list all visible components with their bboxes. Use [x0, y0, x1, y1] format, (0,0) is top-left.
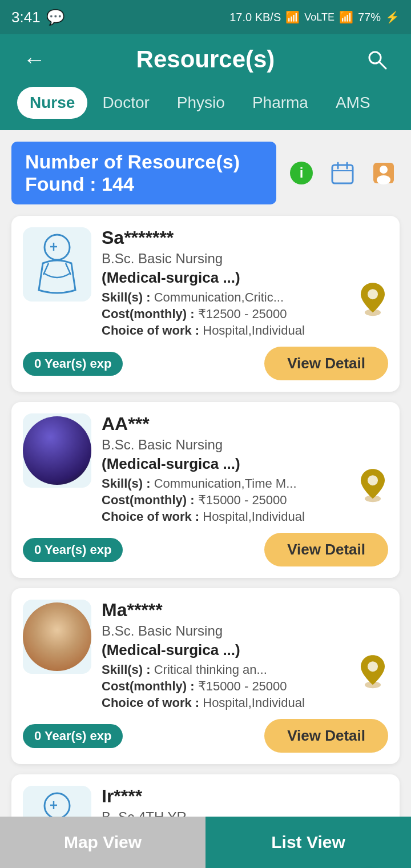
card-skills: Skill(s) : Communication,Time M... — [102, 476, 388, 491]
avatar — [23, 600, 91, 674]
location-icon[interactable] — [357, 653, 388, 692]
view-detail-button[interactable]: View Detail — [264, 533, 388, 566]
exp-badge: 0 Year(s) exp — [23, 538, 123, 562]
resources-count-number: 144 — [102, 173, 134, 195]
avatar — [23, 413, 91, 488]
avatar — [23, 227, 91, 302]
volte-icon: VoLTE — [304, 11, 335, 23]
info-icon-btn[interactable]: i — [285, 157, 317, 189]
svg-point-17 — [368, 475, 378, 485]
avatar-photo — [23, 416, 91, 485]
tab-physio[interactable]: Physio — [164, 87, 237, 119]
card-degree: B.Sc. Basic Nursing — [102, 437, 388, 453]
avatar-photo — [23, 602, 91, 671]
card-cost: Cost(monthly) : ₹12500 - 25000 — [102, 307, 388, 322]
map-view-button[interactable]: Map View — [0, 817, 206, 868]
tab-doctor[interactable]: Doctor — [90, 87, 162, 119]
list-view-button[interactable]: List View — [206, 817, 411, 868]
location-icon[interactable] — [357, 467, 388, 505]
header: ← Resource(s) Nurse Doctor Physio Pharma… — [0, 34, 411, 130]
location-icon[interactable] — [357, 280, 388, 319]
signal-icon: 📶 — [339, 10, 353, 24]
svg-rect-4 — [332, 165, 353, 183]
exp-badge: 0 Year(s) exp — [23, 352, 123, 376]
resources-count-label: Number of Resource(s) Found : 144 — [11, 142, 276, 204]
card-name: Ir**** — [102, 786, 388, 807]
card-degree: B.Sc. Basic Nursing — [102, 251, 388, 267]
card-name: AA*** — [102, 413, 388, 435]
card-choice-of-work: Choice of work : Hospital,Individual — [102, 323, 388, 338]
svg-point-19 — [368, 661, 378, 672]
exp-badge: 0 Year(s) exp — [23, 724, 123, 748]
card-cost: Cost(monthly) : ₹15000 - 25000 — [102, 493, 388, 508]
resource-card: AA*** B.Sc. Basic Nursing (Medical-surgi… — [11, 402, 400, 578]
main-content: Number of Resource(s) Found : 144 i — [0, 130, 411, 868]
wifi-icon: 📶 — [285, 10, 300, 24]
card-skills: Skill(s) : Critical thinking an... — [102, 662, 388, 677]
tab-nurse[interactable]: Nurse — [17, 87, 87, 119]
svg-point-15 — [368, 289, 378, 299]
card-name: Ma***** — [102, 600, 388, 621]
card-specialty: (Medical-surgica ...) — [102, 455, 388, 473]
view-detail-button[interactable]: View Detail — [264, 347, 388, 380]
svg-text:i: i — [300, 165, 304, 180]
card-name: Sa******* — [102, 227, 388, 248]
card-specialty: (Medical-surgica ...) — [102, 269, 388, 287]
calendar-icon-btn[interactable] — [327, 157, 358, 189]
bottom-nav: Map View List View — [0, 817, 411, 868]
whatsapp-icon: 💬 — [46, 9, 65, 26]
card-choice-of-work: Choice of work : Hospital,Individual — [102, 509, 388, 524]
page-title: Resource(s) — [51, 46, 360, 73]
person-icon-btn[interactable] — [368, 157, 400, 189]
card-degree: B.Sc. Basic Nursing — [102, 623, 388, 639]
battery-level: 77% — [358, 11, 381, 24]
battery-icon: ⚡ — [385, 10, 400, 24]
network-speed: 17.0 KB/S — [229, 11, 281, 24]
search-button[interactable] — [360, 48, 394, 71]
svg-point-10 — [377, 175, 390, 184]
card-cost: Cost(monthly) : ₹15000 - 25000 — [102, 679, 388, 694]
view-detail-button[interactable]: View Detail — [264, 719, 388, 753]
tab-bar: Nurse Doctor Physio Pharma AMS — [17, 87, 394, 130]
card-choice-of-work: Choice of work : Hospital,Individual — [102, 696, 388, 710]
resource-card: Ma***** B.Sc. Basic Nursing (Medical-sur… — [11, 588, 400, 764]
card-specialty: (Medical-surgica ...) — [102, 641, 388, 659]
svg-point-9 — [380, 166, 388, 174]
status-time: 3:41 — [11, 9, 41, 26]
resource-card: Sa******* B.Sc. Basic Nursing (Medical-s… — [11, 216, 400, 392]
resources-bar: Number of Resource(s) Found : 144 i — [11, 142, 400, 204]
back-button[interactable]: ← — [17, 47, 51, 73]
card-skills: Skill(s) : Communication,Critic... — [102, 290, 388, 305]
status-bar: 3:41 💬 17.0 KB/S 📶 VoLTE 📶 77% ⚡ — [0, 0, 411, 34]
tab-pharma[interactable]: Pharma — [240, 87, 321, 119]
svg-line-1 — [379, 62, 386, 69]
tab-ams[interactable]: AMS — [323, 87, 383, 119]
